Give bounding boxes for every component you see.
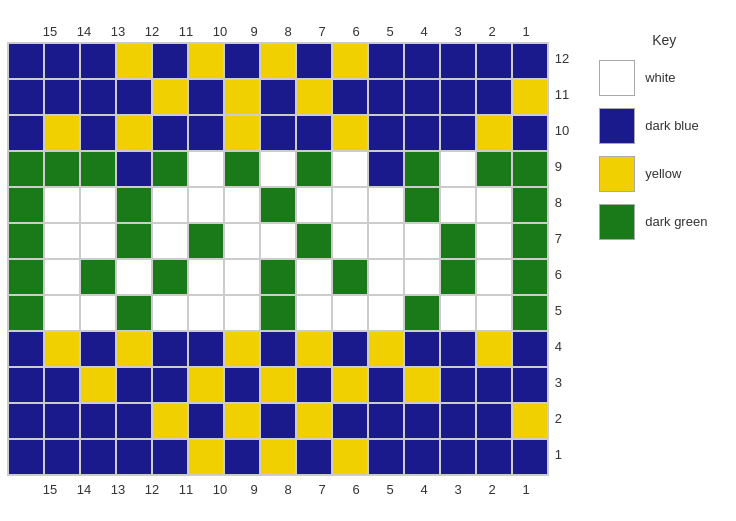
- grid-with-row-labels: 121110987654321: [7, 42, 569, 476]
- grid-cell: [153, 260, 187, 294]
- grid-cell: [45, 296, 79, 330]
- grid-cell: [513, 80, 547, 114]
- col-label: 9: [237, 480, 271, 500]
- grid-cell: [333, 188, 367, 222]
- grid-cell: [405, 152, 439, 186]
- row-label: 11: [555, 78, 569, 112]
- grid-cell: [81, 44, 115, 78]
- grid-cell: [153, 44, 187, 78]
- key-item: white: [599, 60, 707, 96]
- key-label: dark green: [645, 214, 707, 229]
- grid-section: 151413121110987654321 121110987654321 15…: [7, 22, 569, 500]
- grid-cell: [153, 332, 187, 366]
- grid-cell: [9, 80, 43, 114]
- row-label: 9: [555, 150, 569, 184]
- grid-cell: [513, 152, 547, 186]
- grid-cell: [441, 296, 475, 330]
- grid-cell: [333, 404, 367, 438]
- grid-cell: [441, 332, 475, 366]
- key-section: Key whitedark blueyellowdark green: [599, 22, 729, 252]
- col-label: 8: [271, 22, 305, 42]
- grid-cell: [117, 80, 151, 114]
- grid-cell: [189, 368, 223, 402]
- key-title: Key: [599, 32, 729, 48]
- grid-cell: [117, 44, 151, 78]
- grid-cell: [333, 152, 367, 186]
- grid-cell: [225, 296, 259, 330]
- key-label: yellow: [645, 166, 681, 181]
- grid-cell: [81, 260, 115, 294]
- grid-cell: [405, 80, 439, 114]
- grid-cell: [405, 332, 439, 366]
- grid-cell: [45, 368, 79, 402]
- grid-cell: [333, 368, 367, 402]
- grid-cell: [189, 80, 223, 114]
- grid-cell: [225, 224, 259, 258]
- grid-cell: [9, 44, 43, 78]
- grid-cell: [369, 404, 403, 438]
- grid-cell: [81, 80, 115, 114]
- grid-cell: [405, 368, 439, 402]
- grid-cell: [261, 260, 295, 294]
- bottom-col-labels: 151413121110987654321: [33, 480, 543, 500]
- grid-cell: [261, 44, 295, 78]
- grid-cell: [9, 296, 43, 330]
- grid-cell: [441, 152, 475, 186]
- grid-cell: [369, 440, 403, 474]
- grid-cell: [369, 80, 403, 114]
- key-label: dark blue: [645, 118, 698, 133]
- col-label: 15: [33, 480, 67, 500]
- grid-cell: [9, 404, 43, 438]
- col-label: 1: [509, 22, 543, 42]
- grid-cell: [513, 440, 547, 474]
- grid-cell: [441, 440, 475, 474]
- col-label: 12: [135, 480, 169, 500]
- grid-cell: [117, 152, 151, 186]
- grid-cell: [117, 224, 151, 258]
- grid-cell: [513, 224, 547, 258]
- col-label: 4: [407, 480, 441, 500]
- grid-cell: [441, 224, 475, 258]
- grid-cell: [405, 224, 439, 258]
- grid-cell: [369, 116, 403, 150]
- grid-cell: [81, 332, 115, 366]
- key-swatch: [599, 60, 635, 96]
- grid-cell: [9, 440, 43, 474]
- grid-cell: [261, 116, 295, 150]
- grid-cell: [225, 368, 259, 402]
- grid-cell: [405, 44, 439, 78]
- grid-cell: [81, 404, 115, 438]
- col-label: 5: [373, 480, 407, 500]
- grid-cell: [297, 44, 331, 78]
- grid-cell: [369, 296, 403, 330]
- grid-cell: [189, 440, 223, 474]
- grid-cell: [405, 404, 439, 438]
- grid-cell: [45, 116, 79, 150]
- col-label: 3: [441, 22, 475, 42]
- grid-cell: [189, 188, 223, 222]
- grid-cell: [9, 368, 43, 402]
- grid-cell: [297, 404, 331, 438]
- grid-cell: [297, 152, 331, 186]
- grid-cell: [45, 404, 79, 438]
- grid-cell: [189, 224, 223, 258]
- col-label: 3: [441, 480, 475, 500]
- grid-cell: [9, 152, 43, 186]
- grid-cell: [81, 224, 115, 258]
- grid-cell: [477, 44, 511, 78]
- grid-cell: [45, 332, 79, 366]
- col-label: 13: [101, 480, 135, 500]
- grid-cell: [477, 440, 511, 474]
- grid-cell: [189, 152, 223, 186]
- col-label: 9: [237, 22, 271, 42]
- grid-cell: [297, 332, 331, 366]
- grid-cell: [225, 116, 259, 150]
- grid-cell: [117, 332, 151, 366]
- grid-cell: [45, 80, 79, 114]
- grid-cell: [333, 296, 367, 330]
- grid-cell: [117, 116, 151, 150]
- grid-cell: [9, 332, 43, 366]
- grid-cell: [45, 440, 79, 474]
- grid-cell: [333, 224, 367, 258]
- top-col-labels: 151413121110987654321: [33, 22, 543, 42]
